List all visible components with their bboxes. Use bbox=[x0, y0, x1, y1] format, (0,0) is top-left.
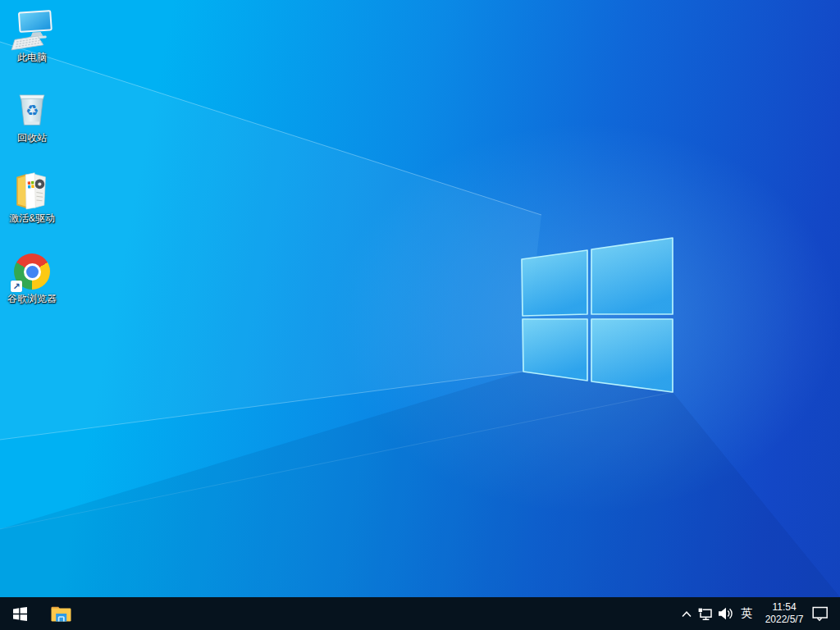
open-folder-icon bbox=[11, 171, 52, 212]
desktop-icon-activation-drivers[interactable]: 激活&驱动 bbox=[1, 171, 63, 224]
show-hidden-icons-button[interactable] bbox=[678, 597, 696, 630]
recycle-bin-icon: ♻ bbox=[12, 90, 52, 131]
desktop-icon-recycle-bin[interactable]: ♻ 回收站 bbox=[1, 90, 63, 144]
chrome-blue-center bbox=[26, 266, 39, 278]
desktop-icon-label: 回收站 bbox=[17, 132, 47, 144]
speaker-volume-icon bbox=[718, 607, 733, 620]
volume-button[interactable] bbox=[715, 597, 735, 630]
clock-date: 2022/5/7 bbox=[765, 614, 804, 626]
this-pc-icon bbox=[10, 10, 54, 51]
chevron-up-icon bbox=[681, 609, 692, 619]
taskbar: 英 11:54 2022/5/7 bbox=[0, 597, 840, 630]
action-center-bubble-icon bbox=[811, 605, 829, 622]
system-tray: 英 11:54 2022/5/7 bbox=[678, 597, 840, 630]
taskbar-clock[interactable]: 11:54 2022/5/7 bbox=[758, 597, 810, 630]
desktop-icon-label: 此电脑 bbox=[17, 52, 47, 63]
taskbar-empty-area bbox=[79, 597, 678, 630]
desktop-wallpaper bbox=[0, 0, 840, 630]
desktop-icon-this-pc[interactable]: 此电脑 bbox=[1, 10, 63, 63]
ime-language-indicator[interactable]: 英 bbox=[735, 597, 758, 630]
windows-logo bbox=[522, 238, 673, 392]
desktop-icon-chrome[interactable]: ↗ 谷歌浏览器 bbox=[1, 251, 63, 304]
svg-text:♻: ♻ bbox=[25, 102, 39, 119]
desktop-icon-label: 谷歌浏览器 bbox=[7, 293, 57, 304]
windows-start-icon bbox=[13, 607, 27, 621]
clock-time: 11:54 bbox=[772, 601, 796, 614]
file-explorer-button[interactable] bbox=[43, 597, 79, 630]
ethernet-network-icon bbox=[697, 607, 714, 621]
network-status-button[interactable] bbox=[696, 597, 715, 630]
action-center-button[interactable] bbox=[810, 597, 830, 630]
shortcut-arrow-icon: ↗ bbox=[11, 281, 22, 292]
desktop-icon-label: 激活&驱动 bbox=[9, 212, 55, 224]
file-explorer-icon bbox=[50, 605, 72, 623]
start-button[interactable] bbox=[0, 597, 39, 630]
wallpaper-rays-and-logo bbox=[0, 0, 840, 597]
